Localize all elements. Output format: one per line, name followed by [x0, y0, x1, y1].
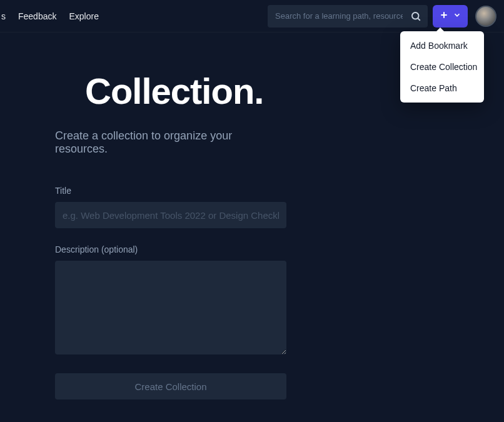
topbar: s Feedback Explore	[0, 0, 504, 33]
svg-point-0	[412, 13, 419, 19]
add-dropdown: Add Bookmark Create Collection Create Pa…	[400, 31, 484, 103]
avatar[interactable]	[475, 6, 496, 27]
description-textarea[interactable]	[55, 261, 286, 354]
dropdown-create-path[interactable]: Create Path	[400, 78, 484, 99]
svg-line-1	[418, 18, 420, 20]
nav-item-partial[interactable]: s	[1, 11, 6, 21]
dropdown-add-bookmark[interactable]: Add Bookmark	[400, 35, 484, 56]
add-button[interactable]	[433, 5, 468, 28]
page-title: Collection.	[85, 70, 288, 112]
page-subtitle: Create a collection to organize your res…	[55, 129, 288, 156]
description-label: Description (optional)	[55, 244, 288, 254]
search-wrap	[268, 5, 428, 28]
plus-icon	[439, 10, 449, 22]
title-input[interactable]	[55, 202, 286, 228]
nav-explore[interactable]: Explore	[69, 11, 98, 21]
dropdown-create-collection[interactable]: Create Collection	[400, 56, 484, 78]
chevron-down-icon	[453, 11, 461, 21]
create-collection-button[interactable]: Create Collection	[55, 373, 286, 399]
main-content: Collection. Create a collection to organ…	[0, 33, 288, 399]
search-input[interactable]	[268, 5, 428, 28]
search-icon[interactable]	[410, 11, 421, 22]
nav-feedback[interactable]: Feedback	[18, 11, 56, 21]
title-label: Title	[55, 186, 288, 196]
nav-left: s Feedback Explore	[8, 11, 99, 21]
